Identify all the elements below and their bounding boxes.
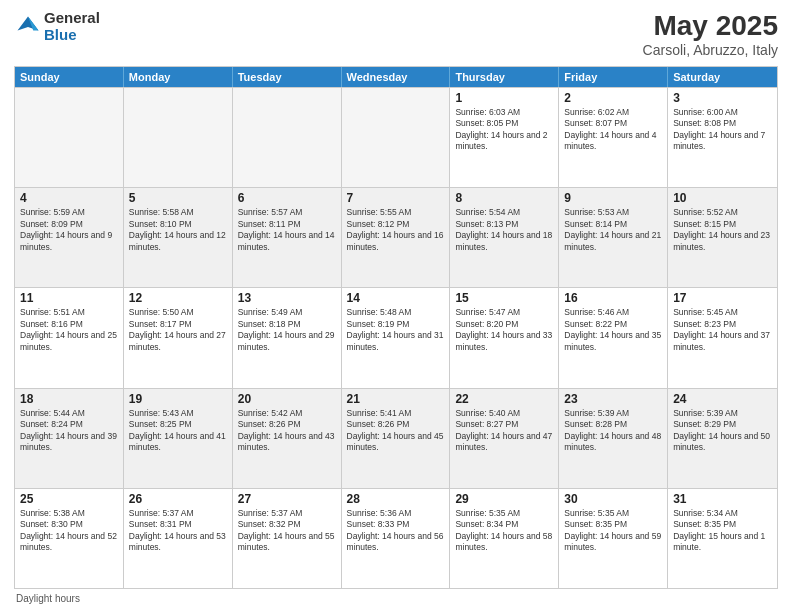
day-number: 29 [455,492,553,506]
day-number: 24 [673,392,772,406]
calendar-cell: 23Sunrise: 5:39 AM Sunset: 8:28 PM Dayli… [559,389,668,488]
day-info: Sunrise: 5:39 AM Sunset: 8:28 PM Dayligh… [564,408,662,454]
page: General Blue May 2025 Carsoli, Abruzzo, … [0,0,792,612]
day-number: 8 [455,191,553,205]
calendar-cell: 8Sunrise: 5:54 AM Sunset: 8:13 PM Daylig… [450,188,559,287]
calendar-cell: 20Sunrise: 5:42 AM Sunset: 8:26 PM Dayli… [233,389,342,488]
calendar-cell: 24Sunrise: 5:39 AM Sunset: 8:29 PM Dayli… [668,389,777,488]
day-number: 15 [455,291,553,305]
calendar-cell: 17Sunrise: 5:45 AM Sunset: 8:23 PM Dayli… [668,288,777,387]
day-number: 17 [673,291,772,305]
day-info: Sunrise: 5:48 AM Sunset: 8:19 PM Dayligh… [347,307,445,353]
header-wednesday: Wednesday [342,67,451,87]
day-info: Sunrise: 5:34 AM Sunset: 8:35 PM Dayligh… [673,508,772,554]
calendar-week-4: 25Sunrise: 5:38 AM Sunset: 8:30 PM Dayli… [15,488,777,588]
day-info: Sunrise: 5:44 AM Sunset: 8:24 PM Dayligh… [20,408,118,454]
day-info: Sunrise: 5:41 AM Sunset: 8:26 PM Dayligh… [347,408,445,454]
calendar-cell: 14Sunrise: 5:48 AM Sunset: 8:19 PM Dayli… [342,288,451,387]
day-number: 3 [673,91,772,105]
day-info: Sunrise: 5:47 AM Sunset: 8:20 PM Dayligh… [455,307,553,353]
header-sunday: Sunday [15,67,124,87]
day-number: 25 [20,492,118,506]
day-number: 16 [564,291,662,305]
day-number: 6 [238,191,336,205]
calendar-cell [233,88,342,187]
day-info: Sunrise: 5:58 AM Sunset: 8:10 PM Dayligh… [129,207,227,253]
calendar-cell: 11Sunrise: 5:51 AM Sunset: 8:16 PM Dayli… [15,288,124,387]
logo-general: General [44,10,100,27]
calendar-cell: 31Sunrise: 5:34 AM Sunset: 8:35 PM Dayli… [668,489,777,588]
day-number: 2 [564,91,662,105]
calendar-cell [342,88,451,187]
calendar-cell: 15Sunrise: 5:47 AM Sunset: 8:20 PM Dayli… [450,288,559,387]
calendar-cell: 6Sunrise: 5:57 AM Sunset: 8:11 PM Daylig… [233,188,342,287]
day-info: Sunrise: 6:00 AM Sunset: 8:08 PM Dayligh… [673,107,772,153]
day-number: 31 [673,492,772,506]
calendar-cell: 7Sunrise: 5:55 AM Sunset: 8:12 PM Daylig… [342,188,451,287]
day-number: 14 [347,291,445,305]
calendar-cell: 3Sunrise: 6:00 AM Sunset: 8:08 PM Daylig… [668,88,777,187]
day-info: Sunrise: 5:52 AM Sunset: 8:15 PM Dayligh… [673,207,772,253]
logo: General Blue [14,10,100,43]
day-info: Sunrise: 5:46 AM Sunset: 8:22 PM Dayligh… [564,307,662,353]
day-number: 21 [347,392,445,406]
calendar-cell: 30Sunrise: 5:35 AM Sunset: 8:35 PM Dayli… [559,489,668,588]
day-info: Sunrise: 5:51 AM Sunset: 8:16 PM Dayligh… [20,307,118,353]
header-monday: Monday [124,67,233,87]
day-number: 13 [238,291,336,305]
day-number: 5 [129,191,227,205]
day-info: Sunrise: 5:42 AM Sunset: 8:26 PM Dayligh… [238,408,336,454]
day-number: 23 [564,392,662,406]
calendar: Sunday Monday Tuesday Wednesday Thursday… [14,66,778,589]
calendar-cell: 29Sunrise: 5:35 AM Sunset: 8:34 PM Dayli… [450,489,559,588]
calendar-cell: 19Sunrise: 5:43 AM Sunset: 8:25 PM Dayli… [124,389,233,488]
day-number: 7 [347,191,445,205]
calendar-week-2: 11Sunrise: 5:51 AM Sunset: 8:16 PM Dayli… [15,287,777,387]
day-info: Sunrise: 5:55 AM Sunset: 8:12 PM Dayligh… [347,207,445,253]
calendar-cell: 12Sunrise: 5:50 AM Sunset: 8:17 PM Dayli… [124,288,233,387]
day-number: 19 [129,392,227,406]
day-number: 27 [238,492,336,506]
calendar-cell: 9Sunrise: 5:53 AM Sunset: 8:14 PM Daylig… [559,188,668,287]
calendar-week-1: 4Sunrise: 5:59 AM Sunset: 8:09 PM Daylig… [15,187,777,287]
day-number: 22 [455,392,553,406]
day-info: Sunrise: 5:35 AM Sunset: 8:34 PM Dayligh… [455,508,553,554]
calendar-cell [15,88,124,187]
day-info: Sunrise: 5:43 AM Sunset: 8:25 PM Dayligh… [129,408,227,454]
calendar-cell: 26Sunrise: 5:37 AM Sunset: 8:31 PM Dayli… [124,489,233,588]
day-info: Sunrise: 5:45 AM Sunset: 8:23 PM Dayligh… [673,307,772,353]
main-title: May 2025 [643,10,778,42]
day-number: 28 [347,492,445,506]
day-number: 18 [20,392,118,406]
day-number: 9 [564,191,662,205]
day-info: Sunrise: 5:50 AM Sunset: 8:17 PM Dayligh… [129,307,227,353]
day-info: Sunrise: 5:40 AM Sunset: 8:27 PM Dayligh… [455,408,553,454]
day-info: Sunrise: 5:37 AM Sunset: 8:32 PM Dayligh… [238,508,336,554]
day-info: Sunrise: 6:03 AM Sunset: 8:05 PM Dayligh… [455,107,553,153]
day-info: Sunrise: 5:49 AM Sunset: 8:18 PM Dayligh… [238,307,336,353]
day-number: 20 [238,392,336,406]
subtitle: Carsoli, Abruzzo, Italy [643,42,778,58]
calendar-week-3: 18Sunrise: 5:44 AM Sunset: 8:24 PM Dayli… [15,388,777,488]
day-info: Sunrise: 5:59 AM Sunset: 8:09 PM Dayligh… [20,207,118,253]
day-number: 26 [129,492,227,506]
calendar-cell: 21Sunrise: 5:41 AM Sunset: 8:26 PM Dayli… [342,389,451,488]
calendar-cell: 1Sunrise: 6:03 AM Sunset: 8:05 PM Daylig… [450,88,559,187]
header-thursday: Thursday [450,67,559,87]
day-number: 10 [673,191,772,205]
title-block: May 2025 Carsoli, Abruzzo, Italy [643,10,778,58]
day-info: Sunrise: 5:38 AM Sunset: 8:30 PM Dayligh… [20,508,118,554]
header-friday: Friday [559,67,668,87]
logo-text: General Blue [44,10,100,43]
day-number: 11 [20,291,118,305]
day-info: Sunrise: 5:53 AM Sunset: 8:14 PM Dayligh… [564,207,662,253]
day-info: Sunrise: 5:54 AM Sunset: 8:13 PM Dayligh… [455,207,553,253]
logo-icon [14,13,42,41]
calendar-cell: 22Sunrise: 5:40 AM Sunset: 8:27 PM Dayli… [450,389,559,488]
day-number: 12 [129,291,227,305]
header-tuesday: Tuesday [233,67,342,87]
calendar-cell: 10Sunrise: 5:52 AM Sunset: 8:15 PM Dayli… [668,188,777,287]
header-saturday: Saturday [668,67,777,87]
logo-blue: Blue [44,27,100,44]
calendar-cell: 16Sunrise: 5:46 AM Sunset: 8:22 PM Dayli… [559,288,668,387]
